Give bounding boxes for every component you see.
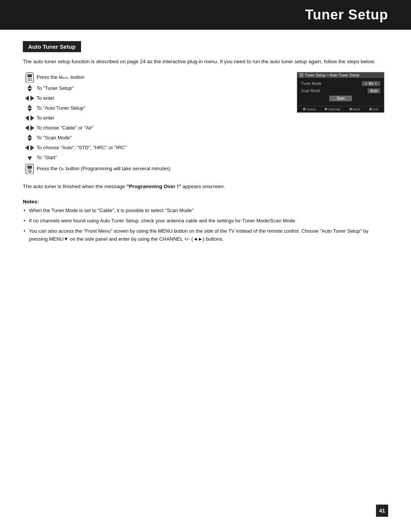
note-item-3: You can also access the "Front Menu" scr… xyxy=(29,228,368,242)
arrow-down-icon xyxy=(23,153,37,162)
svg-marker-20 xyxy=(25,145,29,150)
arrow-updown-icon xyxy=(23,84,37,93)
result-paragraph: The auto tuner is finished when the mess… xyxy=(23,182,388,191)
osd-footer: Select Operate Back Exit xyxy=(297,106,384,112)
osd-screen: Tuner Setup > Auto Tuner Setup Tuner Mod… xyxy=(297,72,384,113)
intro-paragraph: The auto tuner setup function is describ… xyxy=(23,58,388,66)
menu-remote-icon xyxy=(23,72,37,83)
svg-marker-10 xyxy=(25,96,29,101)
step-row: To choose "Cable" or "Air" xyxy=(23,124,285,132)
osd-value-tuner: ◄ Air ► xyxy=(362,81,380,86)
svg-marker-9 xyxy=(27,89,32,92)
arrow-leftright-icon xyxy=(23,124,37,132)
steps-area: Press the Menu button To "Tuner Setup" xyxy=(23,72,388,176)
step-row: To "Auto Tuner Setup" xyxy=(23,104,285,112)
osd-arrow-left-tuner: ◄ xyxy=(364,81,368,85)
arrow-updown-icon xyxy=(23,104,37,112)
step-row: To "Tuner Setup" xyxy=(23,84,285,93)
osd-footer-select: Select xyxy=(303,107,316,111)
svg-marker-14 xyxy=(25,115,29,121)
osd-footer-label-exit: Exit xyxy=(373,107,378,111)
note-item-2: If no channels were found using Auto Tun… xyxy=(29,218,296,224)
page-container: Tuner Setup Auto Tuner Setup The auto tu… xyxy=(0,0,411,532)
svg-rect-1 xyxy=(27,74,32,77)
arrow-updown-icon xyxy=(23,134,37,142)
osd-value-scan: Auto xyxy=(368,88,380,93)
osd-footer-label-select: Select xyxy=(306,107,316,111)
content-area: Auto Tuner Setup The auto tuner setup fu… xyxy=(0,30,411,268)
svg-rect-24 xyxy=(27,166,32,169)
osd-dot-select xyxy=(303,108,306,110)
title-bar: Tuner Setup xyxy=(0,0,411,30)
result-text-bold: "Programming Over !" xyxy=(126,184,181,189)
osd-scan-value: Auto xyxy=(370,89,378,93)
svg-marker-11 xyxy=(30,96,34,101)
svg-marker-12 xyxy=(27,105,32,108)
osd-row-scan-mode: Scan Mode Auto xyxy=(301,88,380,93)
osd-body: Tuner Mode ◄ Air ► Scan Mode Auto xyxy=(297,78,384,106)
osd-title-bar: Tuner Setup > Auto Tuner Setup xyxy=(297,72,384,78)
step-text: Press the Ok button (Programming will ta… xyxy=(37,165,170,173)
svg-marker-22 xyxy=(27,157,32,160)
step-text: To "Start" xyxy=(37,154,57,161)
step-text: To enter xyxy=(37,114,54,122)
osd-tuner-value: Air xyxy=(369,81,373,86)
step-row: To "Scan Mode" xyxy=(23,134,285,142)
osd-footer-label-operate: Operate xyxy=(328,107,341,111)
svg-text:OK: OK xyxy=(28,170,31,173)
svg-point-4 xyxy=(31,78,32,79)
step-row: OK Press the Ok button (Programming will… xyxy=(23,163,285,174)
osd-footer-label-back: Back xyxy=(353,107,360,111)
osd-footer-operate: Operate xyxy=(325,107,341,111)
list-item: When the Tuner Mode is set to "Cable", i… xyxy=(23,207,388,215)
svg-point-2 xyxy=(28,78,29,79)
osd-arrow-right-tuner: ► xyxy=(374,81,378,85)
svg-point-7 xyxy=(31,80,32,81)
osd-dot-exit xyxy=(369,108,372,110)
step-text: To choose "Auto", "STD", "HRC" or "IRC" xyxy=(37,144,126,152)
step-text: To "Scan Mode" xyxy=(37,134,72,142)
osd-title-icon xyxy=(299,73,303,77)
page-title: Tuner Setup xyxy=(305,7,388,22)
note-item-1: When the Tuner Mode is set to "Cable", i… xyxy=(29,208,194,213)
osd-row-tuner-mode: Tuner Mode ◄ Air ► xyxy=(301,81,380,86)
svg-point-6 xyxy=(29,80,30,81)
svg-point-3 xyxy=(29,78,30,79)
svg-marker-15 xyxy=(30,115,34,121)
step-text: To "Tuner Setup" xyxy=(37,85,74,92)
svg-rect-0 xyxy=(26,73,33,83)
step-row: To choose "Auto", "STD", "HRC" or "IRC" xyxy=(23,144,285,152)
list-item: If no channels were found using Auto Tun… xyxy=(23,217,388,225)
osd-footer-exit: Exit xyxy=(369,107,378,111)
step-row: To enter xyxy=(23,94,285,102)
svg-marker-8 xyxy=(27,85,32,88)
svg-marker-21 xyxy=(30,145,34,150)
page-number: 41 xyxy=(376,505,388,517)
osd-mockup: Tuner Setup > Auto Tuner Setup Tuner Mod… xyxy=(297,72,388,113)
step-text: To choose "Cable" or "Air" xyxy=(37,124,94,132)
arrow-leftright-icon xyxy=(23,144,37,152)
result-text-suffix: appears onscreen. xyxy=(181,184,225,189)
svg-marker-13 xyxy=(27,109,32,112)
section-heading: Auto Tuner Setup xyxy=(23,41,81,52)
step-row: Press the Menu button xyxy=(23,72,285,83)
osd-dot-operate xyxy=(325,108,327,110)
osd-label-tuner: Tuner Mode xyxy=(301,81,322,86)
step-text: To "Auto Tuner Setup" xyxy=(37,104,85,112)
step-text: Press the Menu button xyxy=(37,73,84,81)
osd-start-button: Start xyxy=(329,96,352,101)
steps-list: Press the Menu button To "Tuner Setup" xyxy=(23,72,285,176)
result-text-prefix: The auto tuner is finished when the mess… xyxy=(23,184,126,189)
list-item: You can also access the "Front Menu" scr… xyxy=(23,227,388,243)
osd-footer-back: Back xyxy=(349,107,360,111)
step-row: To "Start" xyxy=(23,153,285,162)
notes-section: Notes: When the Tuner Mode is set to "Ca… xyxy=(23,199,388,243)
osd-dot-back xyxy=(349,108,352,110)
arrow-leftright-icon xyxy=(23,94,37,102)
ok-remote-icon: OK xyxy=(23,163,37,174)
osd-title-text: Tuner Setup > Auto Tuner Setup xyxy=(305,73,359,77)
notes-list: When the Tuner Mode is set to "Cable", i… xyxy=(23,207,388,243)
svg-marker-17 xyxy=(30,125,34,131)
osd-label-scan: Scan Mode xyxy=(301,89,320,93)
svg-marker-16 xyxy=(25,125,29,131)
